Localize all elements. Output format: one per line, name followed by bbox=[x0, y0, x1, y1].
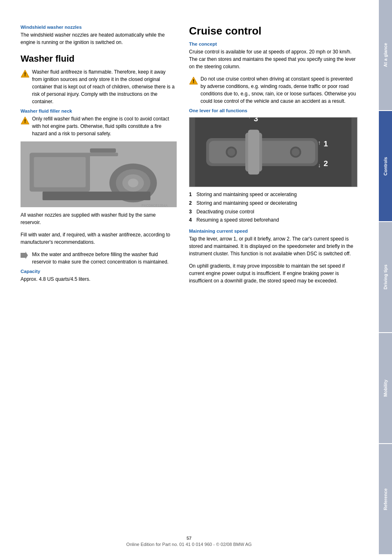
maintaining-heading: Maintaining current speed bbox=[189, 229, 357, 234]
note-text: Mix the water and antifreeze before fill… bbox=[32, 251, 177, 266]
tab-mobility[interactable]: Mobility bbox=[379, 333, 392, 443]
svg-rect-23 bbox=[248, 130, 259, 175]
maintaining-text-2: On uphill gradients, it may prove imposs… bbox=[189, 262, 357, 284]
list-item-2: 2 Storing and maintaining speed or decel… bbox=[189, 200, 357, 207]
item-4-text: Resuming a speed stored beforehand bbox=[196, 217, 279, 224]
svg-text:↓: ↓ bbox=[318, 162, 321, 169]
tab-reference-label: Reference bbox=[383, 488, 388, 510]
functions-list: 1 Storing and maintaining speed or accel… bbox=[189, 191, 357, 224]
capacity-text: Approx. 4.8 US quarts/4.5 liters. bbox=[21, 275, 177, 283]
svg-marker-15 bbox=[21, 252, 28, 259]
cruise-warning-text: Do not use cruise control when driving a… bbox=[201, 75, 357, 105]
item-4-num: 4 bbox=[189, 217, 196, 224]
maintaining-text-1: Tap the lever, arrow 1, or pull it brief… bbox=[189, 235, 357, 257]
tab-reference[interactable]: Reference bbox=[379, 444, 392, 554]
capacity-heading: Capacity bbox=[21, 269, 177, 274]
tab-mobility-label: Mobility bbox=[383, 379, 388, 397]
item-1-text: Storing and maintaining speed or acceler… bbox=[196, 191, 297, 198]
warning-icon-1: ! bbox=[21, 69, 30, 79]
right-column: Cruise control The concept Cruise contro… bbox=[189, 25, 357, 539]
item-2-num: 2 bbox=[189, 200, 196, 207]
list-item-1: 1 Storing and maintaining speed or accel… bbox=[189, 191, 357, 198]
tab-controls[interactable]: Controls bbox=[379, 111, 392, 221]
svg-text:!: ! bbox=[193, 79, 194, 84]
svg-text:↑: ↑ bbox=[318, 140, 321, 146]
windshield-section: Windshield washer nozzles The windshield… bbox=[21, 25, 177, 46]
svg-text:3: 3 bbox=[254, 118, 258, 123]
item-2-text: Storing and maintaining speed or deceler… bbox=[196, 200, 297, 207]
cruise-lever-image: 3 1 2 4 ↑ ↓ ↑ ↓ bbox=[189, 117, 357, 187]
concept-text: Cruise control is available for use at s… bbox=[189, 48, 357, 70]
svg-text:!: ! bbox=[24, 72, 26, 77]
washer-fluid-heading: Washer fluid bbox=[21, 53, 177, 64]
page-footer: 57 Online Edition for Part no. 01 41 0 0… bbox=[0, 536, 378, 547]
svg-point-10 bbox=[128, 179, 138, 187]
item-3-num: 3 bbox=[189, 208, 196, 215]
windshield-heading: Windshield washer nozzles bbox=[21, 25, 177, 30]
cruise-control-heading: Cruise control bbox=[189, 25, 357, 37]
svg-text:4: 4 bbox=[254, 186, 258, 187]
engine-bay-image: PXCD8CE1354A bbox=[21, 141, 177, 207]
svg-point-25 bbox=[227, 148, 235, 156]
tab-at-a-glance-label: At a glance bbox=[383, 43, 388, 67]
filler-neck-heading: Washer fluid filler neck bbox=[21, 109, 177, 113]
note-arrow-icon bbox=[21, 252, 30, 260]
note-box: Mix the water and antifreeze before fill… bbox=[21, 251, 177, 266]
item-1-num: 1 bbox=[189, 191, 196, 198]
warning-box-1: ! Washer fluid antifreeze is flammable. … bbox=[21, 68, 177, 105]
after-image-2: Fill with water and, if required, with a… bbox=[21, 231, 177, 246]
svg-point-27 bbox=[292, 148, 300, 156]
left-column: Windshield washer nozzles The windshield… bbox=[21, 25, 177, 539]
cruise-warning-icon: ! bbox=[189, 76, 198, 86]
washer-fluid-section: Washer fluid ! Washer fluid antifreeze i… bbox=[21, 53, 177, 283]
one-lever-heading: One lever for all functions bbox=[189, 108, 357, 113]
list-item-4: 4 Resuming a speed stored beforehand bbox=[189, 217, 357, 224]
tab-driving-tips-label: Driving tips bbox=[383, 265, 388, 290]
svg-text:PXCD8CE1354A: PXCD8CE1354A bbox=[141, 204, 168, 207]
tab-controls-label: Controls bbox=[383, 157, 388, 175]
concept-heading: The concept bbox=[189, 42, 357, 46]
svg-rect-11 bbox=[90, 148, 116, 153]
svg-text:↑: ↑ bbox=[248, 118, 251, 120]
svg-text:1: 1 bbox=[323, 139, 328, 148]
warning-icon-2: ! bbox=[21, 116, 30, 126]
page-number: 57 bbox=[0, 536, 378, 541]
svg-text:↓: ↓ bbox=[248, 186, 251, 187]
svg-text:!: ! bbox=[24, 118, 26, 124]
cruise-warning-box: ! Do not use cruise control when driving… bbox=[189, 75, 357, 105]
list-item-3: 3 Deactivating cruise control bbox=[189, 208, 357, 215]
warning-box-2: ! Only refill washer fluid when the engi… bbox=[21, 115, 177, 137]
tab-driving-tips[interactable]: Driving tips bbox=[379, 222, 392, 332]
warning-text-1: Washer fluid antifreeze is flammable. Th… bbox=[32, 68, 177, 105]
item-3-text: Deactivating cruise control bbox=[196, 208, 254, 215]
svg-text:2: 2 bbox=[323, 159, 328, 168]
svg-rect-13 bbox=[43, 192, 151, 200]
windshield-text: The windshield washer nozzles are heated… bbox=[21, 31, 177, 46]
svg-rect-6 bbox=[34, 157, 86, 187]
footer-text: Online Edition for Part no. 01 41 0 014 … bbox=[126, 542, 251, 547]
side-tabs: At a glance Controls Driving tips Mobili… bbox=[379, 0, 392, 555]
warning-text-2: Only refill washer fluid when the engine… bbox=[32, 115, 177, 137]
svg-rect-12 bbox=[88, 153, 118, 156]
tab-at-a-glance[interactable]: At a glance bbox=[379, 0, 392, 110]
after-image-1: All washer nozzles are supplied with was… bbox=[21, 211, 177, 226]
